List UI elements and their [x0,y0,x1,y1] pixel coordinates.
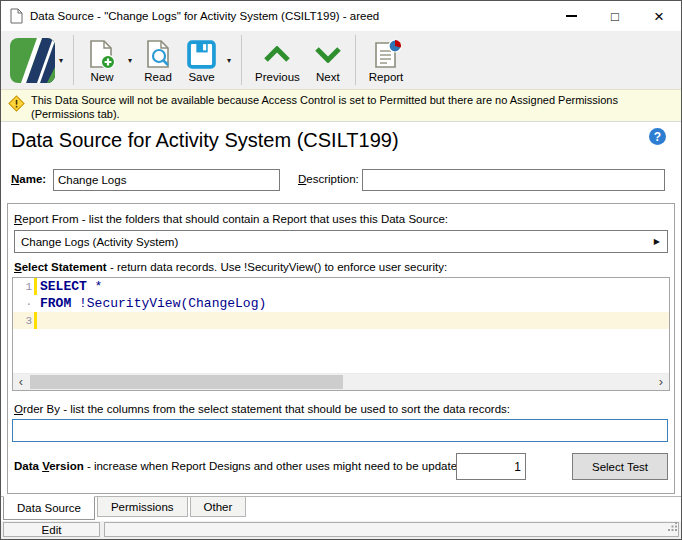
sql-keyword: SELECT [40,279,87,294]
data-source-dialog: Data Source - "Change Logs" for Activity… [0,0,682,540]
line-number: 1 [13,281,34,293]
close-button[interactable]: × [637,1,681,31]
tab-data-source[interactable]: Data Source [3,496,95,520]
status-bar: Edit [1,521,681,539]
page-title: Data Source for Activity System (CSILT19… [1,122,681,152]
window-controls: □ × [549,1,681,31]
read-button-label: Read [144,71,172,83]
new-dropdown-arrow-icon[interactable]: ▾ [124,56,136,65]
report-from-label: Report From - list the folders that shou… [14,213,448,225]
resize-grip[interactable] [668,517,677,535]
order-by-label: Order By - list the columns from the sel… [14,403,510,415]
previous-button[interactable]: Previous [248,35,307,85]
chevron-up-icon [263,38,291,70]
scroll-left-arrow-icon[interactable]: ‹ [13,374,29,390]
report-from-combo[interactable]: Change Logs (Activity System) ▶ [14,230,668,253]
document-icon [10,8,23,24]
order-by-input[interactable] [12,419,668,442]
name-input[interactable] [53,169,280,191]
toolbar-separator [73,35,74,85]
next-button[interactable]: Next [307,35,349,85]
sql-editor[interactable]: 1 SELECT * · FROM !SecurityView(ChangeLo… [12,277,670,391]
tab-strip: Data Source Permissions Other [1,496,681,521]
save-button[interactable]: Save [180,35,223,85]
scroll-right-arrow-icon[interactable]: › [653,374,669,390]
edit-mode-panel: Edit [3,522,100,537]
sql-line[interactable]: 1 SELECT * [13,278,669,295]
new-button[interactable]: New [80,35,124,85]
horizontal-scrollbar[interactable]: ‹ › [13,373,669,390]
help-icon[interactable]: ? [649,128,666,145]
minimize-icon [566,15,577,17]
warning-diamond-icon [8,95,25,115]
window-title: Data Source - "Change Logs" for Activity… [30,10,549,22]
new-page-plus-icon [87,38,117,70]
chevron-down-icon [314,38,342,70]
combo-expand-arrow-icon[interactable]: ▶ [654,237,660,246]
logo-dropdown-arrow-icon[interactable]: ▾ [55,56,67,65]
status-panel [104,522,679,537]
sql-line[interactable]: · FROM !SecurityView(ChangeLog) [13,295,669,312]
toolbar-separator [355,35,356,85]
new-button-label: New [91,71,114,83]
next-button-label: Next [316,71,340,83]
sql-code: * [87,279,103,294]
sql-code: !SecurityView(ChangeLog) [71,296,266,311]
data-source-groupbox: Report From - list the folders that shou… [7,203,675,494]
titlebar: Data Source - "Change Logs" for Activity… [1,1,681,31]
form-area: Name: Description: Report From - list th… [1,159,681,496]
description-input[interactable] [362,169,665,191]
data-version-input[interactable] [456,453,526,480]
select-test-button[interactable]: Select Test [572,453,668,480]
save-dropdown-arrow-icon[interactable]: ▾ [223,56,235,65]
save-button-label: Save [188,71,214,83]
sql-line-current[interactable]: 3 [13,312,669,329]
description-label: Description: [298,173,359,185]
warning-banner: This Data Source will not be available b… [1,89,681,122]
report-page-pie-icon [371,38,402,70]
toolbar: ▾ New ▾ Re [1,31,681,89]
select-statement-label: Select Statement - return data records. … [14,261,447,273]
caret-marker [34,312,37,329]
tab-other[interactable]: Other [190,497,247,517]
read-page-magnifier-icon [143,38,173,70]
line-number: 3 [13,315,34,327]
page-header: Data Source for Activity System (CSILT19… [1,122,681,159]
scrollbar-thumb[interactable] [30,375,343,389]
maximize-button[interactable]: □ [593,1,637,31]
read-button[interactable]: Read [136,35,180,85]
app-logo-icon[interactable] [10,38,55,83]
toolbar-separator [241,35,242,85]
previous-button-label: Previous [255,71,300,83]
data-version-label: Data Version - increase when Report Desi… [14,460,467,472]
warning-text: This Data Source will not be available b… [31,94,618,120]
name-label: Name: [11,173,46,185]
line-number: · [13,298,34,310]
report-button-label: Report [369,71,404,83]
sql-keyword: FROM [40,296,71,311]
minimize-button[interactable] [549,1,593,31]
report-button[interactable]: Report [362,35,411,85]
save-floppy-icon [187,38,216,70]
tab-permissions[interactable]: Permissions [97,497,188,517]
report-from-value: Change Logs (Activity System) [21,236,178,248]
